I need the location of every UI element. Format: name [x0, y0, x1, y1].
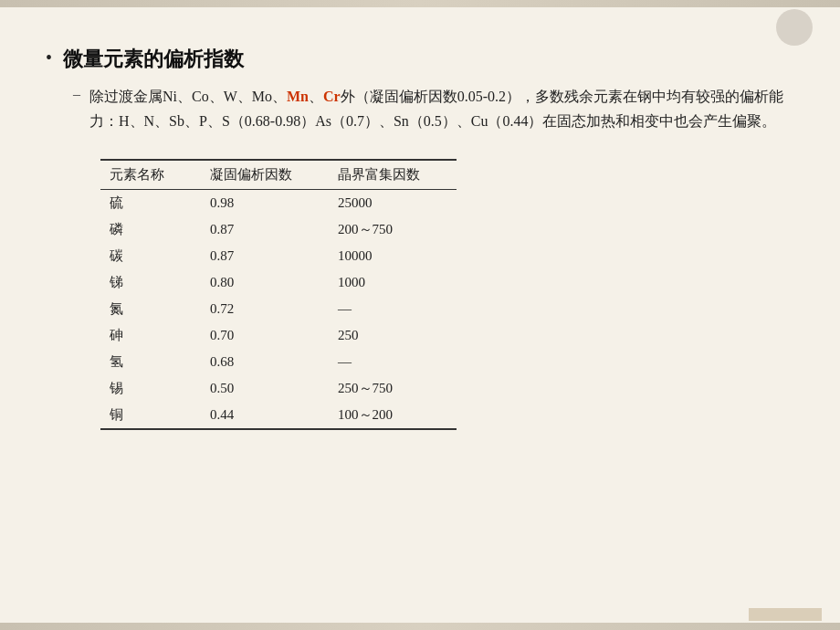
main-bullet-item: • 微量元素的偏析指数 [46, 46, 794, 73]
highlight-mn: Mn [287, 89, 309, 104]
bottom-decoration-bar [0, 623, 840, 630]
element-table: 元素名称 凝固偏析因数 晶界富集因数 硫0.9825000磷0.87200～75… [100, 159, 457, 430]
cell-element: 砷 [100, 322, 201, 349]
table-row: 铜0.44100～200 [100, 402, 457, 429]
cell-solidification: 0.44 [201, 402, 329, 429]
slide-content: • 微量元素的偏析指数 – 除过渡金属Ni、Co、W、Mo、Mn、Cr外（凝固偏… [46, 46, 794, 434]
cell-element: 磷 [100, 216, 201, 243]
cell-solidification: 0.80 [201, 269, 329, 296]
table-row: 碳0.8710000 [100, 243, 457, 269]
table-row: 氮0.72— [100, 296, 457, 322]
bottom-right-decoration [749, 608, 822, 621]
table-row: 硫0.9825000 [100, 190, 457, 217]
sub-bullet-item: – 除过渡金属Ni、Co、W、Mo、Mn、Cr外（凝固偏析因数0.05-0.2）… [73, 84, 794, 133]
table-row: 氢0.68— [100, 349, 457, 375]
table-row: 锡0.50250～750 [100, 375, 457, 402]
table-row: 磷0.87200～750 [100, 216, 457, 243]
cell-grain-boundary: 1000 [329, 269, 457, 296]
cell-grain-boundary: 200～750 [329, 216, 457, 243]
col-header-solidification: 凝固偏析因数 [201, 160, 329, 190]
cell-element: 硫 [100, 190, 201, 217]
cell-solidification: 0.50 [201, 375, 329, 402]
table-header-row: 元素名称 凝固偏析因数 晶界富集因数 [100, 160, 457, 190]
cell-grain-boundary: — [329, 349, 457, 375]
cell-solidification: 0.70 [201, 322, 329, 349]
cell-element: 碳 [100, 243, 201, 269]
col-header-element: 元素名称 [100, 160, 201, 190]
cell-element: 锡 [100, 375, 201, 402]
cell-grain-boundary: 100～200 [329, 402, 457, 429]
highlight-cr: Cr [323, 89, 341, 104]
main-title: 微量元素的偏析指数 [63, 46, 244, 73]
slide: • 微量元素的偏析指数 – 除过渡金属Ni、Co、W、Mo、Mn、Cr外（凝固偏… [0, 0, 840, 630]
cell-element: 氮 [100, 296, 201, 322]
cell-grain-boundary: 10000 [329, 243, 457, 269]
cell-grain-boundary: 25000 [329, 190, 457, 217]
top-decoration-bar [0, 0, 840, 7]
cell-grain-boundary: 250 [329, 322, 457, 349]
cell-solidification: 0.68 [201, 349, 329, 375]
cell-solidification: 0.87 [201, 243, 329, 269]
table-row: 砷0.70250 [100, 322, 457, 349]
cell-element: 锑 [100, 269, 201, 296]
dash-symbol: – [73, 86, 80, 102]
cell-element: 铜 [100, 402, 201, 429]
cell-solidification: 0.72 [201, 296, 329, 322]
paragraph-text: 除过渡金属Ni、Co、W、Mo、Mn、Cr外（凝固偏析因数0.05-0.2），多… [89, 84, 794, 133]
cell-grain-boundary: — [329, 296, 457, 322]
data-table-container: 元素名称 凝固偏析因数 晶界富集因数 硫0.9825000磷0.87200～75… [100, 159, 457, 430]
cell-solidification: 0.87 [201, 216, 329, 243]
cell-grain-boundary: 250～750 [329, 375, 457, 402]
col-header-grain-boundary: 晶界富集因数 [329, 160, 457, 190]
cell-solidification: 0.98 [201, 190, 329, 217]
cell-element: 氢 [100, 349, 201, 375]
table-row: 锑0.801000 [100, 269, 457, 296]
bullet-symbol: • [46, 47, 52, 68]
top-right-circle-decoration [776, 9, 813, 46]
